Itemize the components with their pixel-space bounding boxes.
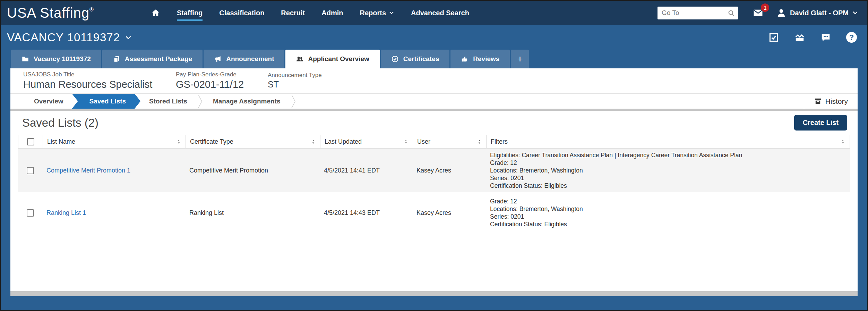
sort-icon[interactable] (840, 139, 845, 144)
tab-assessment-package[interactable]: Assessment Package (102, 50, 203, 68)
filters-cell: Grade: 12 Locations: Bremerton, Washingt… (486, 195, 850, 231)
job-field-value: GS-0201-11/12 (176, 79, 268, 90)
tab-announcement[interactable]: Announcement (204, 50, 284, 68)
tab-label: Vacancy 10119372 (34, 55, 91, 63)
column-label: User (417, 138, 430, 145)
create-list-button[interactable]: Create List (794, 115, 847, 131)
archive-icon (814, 97, 822, 105)
column-header-last-updated[interactable]: Last Updated (320, 135, 413, 148)
tab-label: Reviews (473, 55, 499, 63)
tab-label: Assessment Package (125, 55, 192, 63)
history-button[interactable]: History (804, 94, 858, 109)
subtab-saved-lists[interactable]: Saved Lists (72, 94, 141, 109)
nav-recruit[interactable]: Recruit (281, 9, 305, 17)
table-header-row: List Name Certificate Type Last Updated … (18, 135, 850, 149)
filters-cell: Eligibilities: Career Transition Assista… (486, 149, 850, 192)
sort-icon[interactable] (311, 139, 316, 144)
add-tab-button[interactable]: + (511, 50, 529, 68)
user-name: David Glatt - OPM (790, 9, 849, 17)
column-label: Last Updated (325, 138, 362, 145)
job-field-announcement-type: Announcement Type ST (268, 72, 322, 90)
tasks-icon[interactable] (768, 32, 779, 43)
search-icon[interactable] (728, 9, 735, 17)
history-label: History (825, 97, 848, 106)
column-header-user[interactable]: User (413, 135, 486, 148)
job-field-value: Human Resources Specialist (23, 79, 176, 90)
vacancy-title-dropdown[interactable]: VACANCY 10119372 (7, 31, 132, 44)
tab-label: Announcement (226, 55, 274, 63)
chevron-down-icon (125, 34, 132, 41)
vacancy-title: VACANCY 10119372 (7, 31, 120, 44)
row-select-cell (18, 164, 42, 177)
filter-line: Grade: 12 (490, 197, 846, 205)
chevron-down-icon (852, 10, 858, 16)
document-tabstrip: Vacancy 10119372 Assessment Package Anno… (1, 50, 867, 68)
tab-reviews[interactable]: Reviews (450, 50, 510, 68)
row-select-cell (18, 207, 42, 219)
row-checkbox[interactable] (27, 167, 34, 174)
subtab-band: Overview Saved Lists Stored Lists Manage… (10, 94, 858, 109)
notification-badge: 1 (761, 3, 769, 12)
column-header-list-name[interactable]: List Name (43, 135, 186, 148)
column-header-filters[interactable]: Filters (486, 135, 850, 148)
certificate-check-icon (391, 55, 399, 63)
tab-vacancy[interactable]: Vacancy 10119372 (11, 50, 101, 68)
nav-classification[interactable]: Classification (219, 9, 264, 17)
home-icon (151, 8, 160, 17)
footer-space (10, 296, 858, 310)
filter-line: Locations: Bremerton, Washington (490, 205, 846, 213)
nav-reports[interactable]: Reports (360, 9, 394, 17)
home-button[interactable] (151, 8, 160, 17)
certificate-type-cell: Competitive Merit Promotion (185, 164, 320, 177)
user-menu[interactable]: David Glatt - OPM (776, 8, 858, 18)
filter-line: Series: 0201 (490, 174, 846, 182)
help-icon[interactable]: ? (846, 32, 857, 43)
nav-advanced-search[interactable]: Advanced Search (411, 9, 469, 17)
select-all-checkbox[interactable] (27, 138, 34, 145)
tab-certificates[interactable]: Certificates (381, 50, 450, 68)
app-logo-text: USA Staffing (7, 5, 89, 20)
job-field-title: USAJOBS Job Title Human Resources Specia… (23, 71, 176, 90)
subtab-stored-lists[interactable]: Stored Lists (139, 98, 198, 105)
chevron-separator-icon (198, 94, 203, 109)
job-field-value: ST (268, 79, 322, 90)
list-name-link[interactable]: Ranking List 1 (46, 209, 86, 216)
chevron-down-icon (389, 10, 394, 16)
table-row: Ranking List 1 Ranking List 4/5/2021 14:… (18, 192, 850, 233)
notifications-button[interactable]: 1 (752, 8, 764, 18)
chat-icon[interactable] (820, 32, 831, 43)
job-field-label: USAJOBS Job Title (23, 71, 176, 78)
nav-admin[interactable]: Admin (321, 9, 343, 17)
nav-staffing[interactable]: Staffing (177, 9, 203, 21)
filter-line: Eligibilities: Career Transition Assista… (490, 151, 846, 159)
filter-line: Locations: Bremerton, Washington (490, 167, 846, 174)
subtab-overview[interactable]: Overview (24, 98, 74, 105)
select-all-cell (18, 135, 43, 148)
page-title: Saved Lists (2) (22, 116, 98, 129)
filter-line: Series: 0201 (490, 213, 846, 220)
vacancy-toolbar: ? (768, 32, 857, 43)
column-label: List Name (47, 138, 75, 145)
inbox-icon[interactable] (794, 32, 805, 43)
list-name-link[interactable]: Competitive Merit Promotion 1 (46, 167, 130, 174)
job-field-payplan: Pay Plan-Series-Grade GS-0201-11/12 (176, 71, 268, 90)
sort-icon[interactable] (403, 139, 409, 144)
goto-search-input[interactable] (658, 7, 738, 19)
tab-applicant-overview[interactable]: Applicant Overview (285, 50, 379, 68)
vacancy-bar: VACANCY 10119372 ? (1, 25, 867, 50)
subtab-manage-assignments[interactable]: Manage Assignments (203, 98, 291, 105)
user-icon (776, 8, 787, 18)
sort-icon[interactable] (176, 139, 181, 144)
top-navigation-bar: USA Staffing® Staffing Classification Re… (1, 1, 867, 25)
column-header-certificate-type[interactable]: Certificate Type (186, 135, 320, 148)
registered-mark: ® (89, 7, 94, 12)
sort-icon[interactable] (477, 139, 482, 144)
saved-lists-table: List Name Certificate Type Last Updated … (18, 135, 850, 233)
column-label: Certificate Type (190, 138, 233, 145)
panel-shadow (10, 291, 858, 296)
row-checkbox[interactable] (27, 209, 34, 217)
table-row: Competitive Merit Promotion 1 Competitiv… (18, 149, 850, 192)
people-icon (296, 55, 303, 63)
chevron-separator-icon (291, 94, 296, 109)
job-field-label: Pay Plan-Series-Grade (176, 71, 268, 78)
